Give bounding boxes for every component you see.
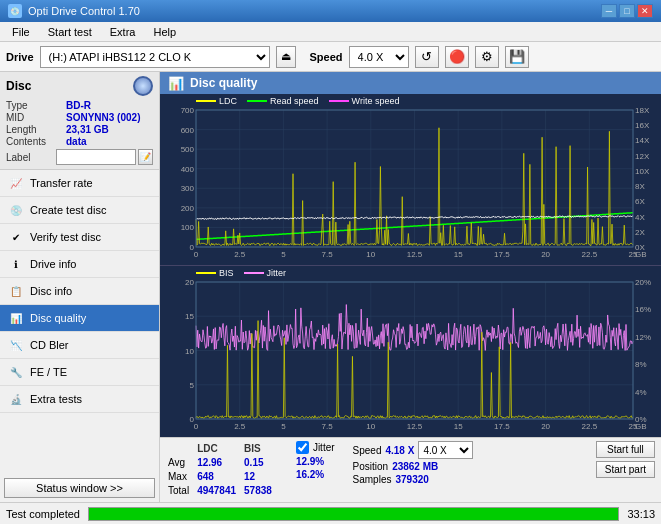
stats-max-label: Max <box>168 471 195 483</box>
speed-select[interactable]: 4.0 X <box>349 46 409 68</box>
bottom-chart-legend: BIS Jitter <box>196 268 286 278</box>
burn-button[interactable]: 🔴 <box>445 46 469 68</box>
refresh-button[interactable]: ↺ <box>415 46 439 68</box>
disc-length-val: 23,31 GB <box>66 124 109 135</box>
jitter-label: Jitter <box>313 442 335 453</box>
stats-bis-header: BIS <box>244 443 278 455</box>
create-test-disc-label: Create test disc <box>30 204 106 216</box>
samples-val: 379320 <box>395 474 428 485</box>
disc-quality-label: Disc quality <box>30 312 86 324</box>
stats-max-ldc: 648 <box>197 471 242 483</box>
minimize-button[interactable]: ─ <box>601 4 617 18</box>
legend-ldc: LDC <box>219 96 237 106</box>
close-button[interactable]: ✕ <box>637 4 653 18</box>
disc-mid-key: MID <box>6 112 66 123</box>
fe-te-icon: 🔧 <box>8 364 24 380</box>
disc-contents-key: Contents <box>6 136 66 147</box>
sidebar-item-disc-quality[interactable]: 📊 Disc quality <box>0 305 159 332</box>
status-window-button[interactable]: Status window >> <box>4 478 155 498</box>
position-label: Position <box>353 461 389 472</box>
app-title: Opti Drive Control 1.70 <box>28 5 140 17</box>
main-layout: Disc Type BD-R MID SONYNN3 (002) Length … <box>0 72 661 502</box>
sidebar-item-disc-info[interactable]: 📋 Disc info <box>0 278 159 305</box>
stats-total-ldc: 4947841 <box>197 485 242 497</box>
stats-avg-ldc: 12.96 <box>197 457 242 469</box>
content-header: 📊 Disc quality <box>160 72 661 94</box>
sidebar-item-verify-test-disc[interactable]: ✔ Verify test disc <box>0 224 159 251</box>
stats-avg-label: Avg <box>168 457 195 469</box>
sidebar: Disc Type BD-R MID SONYNN3 (002) Length … <box>0 72 160 502</box>
transfer-rate-label: Transfer rate <box>30 177 93 189</box>
disc-type-val: BD-R <box>66 100 91 111</box>
top-chart: LDC Read speed Write speed <box>160 94 661 266</box>
menu-help[interactable]: Help <box>145 24 184 40</box>
status-text: Test completed <box>6 508 80 520</box>
menu-extra[interactable]: Extra <box>102 24 144 40</box>
fe-te-label: FE / TE <box>30 366 67 378</box>
stats-total-label: Total <box>168 485 195 497</box>
menu-start-test[interactable]: Start test <box>40 24 100 40</box>
disc-label-button[interactable]: 📝 <box>138 149 153 165</box>
legend-write-speed: Write speed <box>352 96 400 106</box>
bottom-chart-canvas <box>160 266 661 437</box>
legend-bis: BIS <box>219 268 234 278</box>
position-val: 23862 MB <box>392 461 438 472</box>
app-icon: 💿 <box>8 4 22 18</box>
create-test-disc-icon: 💿 <box>8 202 24 218</box>
progress-bar <box>88 507 619 521</box>
sidebar-item-extra-tests[interactable]: 🔬 Extra tests <box>0 386 159 413</box>
save-button[interactable]: 💾 <box>505 46 529 68</box>
disc-label-input[interactable] <box>56 149 136 165</box>
extra-tests-icon: 🔬 <box>8 391 24 407</box>
progress-bar-fill <box>89 508 618 520</box>
stats-table: LDC BIS Avg 12.96 0.15 Max 648 12 Total … <box>166 441 280 499</box>
start-part-button[interactable]: Start part <box>596 461 655 478</box>
menu-file[interactable]: File <box>4 24 38 40</box>
start-full-button[interactable]: Start full <box>596 441 655 458</box>
disc-contents-val: data <box>66 136 87 147</box>
maximize-button[interactable]: □ <box>619 4 635 18</box>
settings-button[interactable]: ⚙ <box>475 46 499 68</box>
sidebar-item-create-test-disc[interactable]: 💿 Create test disc <box>0 197 159 224</box>
stats-area: LDC BIS Avg 12.96 0.15 Max 648 12 Total … <box>160 437 661 502</box>
speed-stat-val: 4.18 X <box>385 445 414 456</box>
jitter-max-val: 16.2% <box>296 469 324 480</box>
disc-label-key: Label <box>6 152 56 163</box>
jitter-checkbox[interactable] <box>296 441 309 454</box>
sidebar-item-fe-te[interactable]: 🔧 FE / TE <box>0 359 159 386</box>
disc-info-icon: 📋 <box>8 283 24 299</box>
samples-label: Samples <box>353 474 392 485</box>
top-chart-legend: LDC Read speed Write speed <box>196 96 399 106</box>
stats-avg-bis: 0.15 <box>244 457 278 469</box>
legend-jitter: Jitter <box>267 268 287 278</box>
charts-area: LDC Read speed Write speed <box>160 94 661 437</box>
transfer-rate-icon: 📈 <box>8 175 24 191</box>
sidebar-item-drive-info[interactable]: ℹ Drive info <box>0 251 159 278</box>
disc-type-key: Type <box>6 100 66 111</box>
drive-info-icon: ℹ <box>8 256 24 272</box>
sidebar-item-transfer-rate[interactable]: 📈 Transfer rate <box>0 170 159 197</box>
stats-ldc-header: LDC <box>197 443 242 455</box>
toolbar: Drive (H:) ATAPI iHBS112 2 CLO K ⏏ Speed… <box>0 42 661 72</box>
speed-stat-select[interactable]: 4.0 X <box>418 441 473 459</box>
drive-select[interactable]: (H:) ATAPI iHBS112 2 CLO K <box>40 46 270 68</box>
verify-test-disc-icon: ✔ <box>8 229 24 245</box>
verify-test-disc-label: Verify test disc <box>30 231 101 243</box>
jitter-check-area: Jitter <box>296 441 335 454</box>
disc-panel: Disc Type BD-R MID SONYNN3 (002) Length … <box>0 72 159 170</box>
stats-total-bis: 57838 <box>244 485 278 497</box>
extra-tests-label: Extra tests <box>30 393 82 405</box>
content-title: Disc quality <box>190 76 257 90</box>
eject-button[interactable]: ⏏ <box>276 46 296 68</box>
title-bar: 💿 Opti Drive Control 1.70 ─ □ ✕ <box>0 0 661 22</box>
status-time: 33:13 <box>627 508 655 520</box>
disc-mid-val: SONYNN3 (002) <box>66 112 140 123</box>
menu-bar: File Start test Extra Help <box>0 22 661 42</box>
status-bar: Test completed 33:13 <box>0 502 661 524</box>
disc-length-key: Length <box>6 124 66 135</box>
sidebar-item-cd-bler[interactable]: 📉 CD Bler <box>0 332 159 359</box>
speed-label: Speed <box>310 51 343 63</box>
nav-items: 📈 Transfer rate 💿 Create test disc ✔ Ver… <box>0 170 159 474</box>
disc-section-label: Disc <box>6 79 31 93</box>
speed-stat-label: Speed <box>353 445 382 456</box>
